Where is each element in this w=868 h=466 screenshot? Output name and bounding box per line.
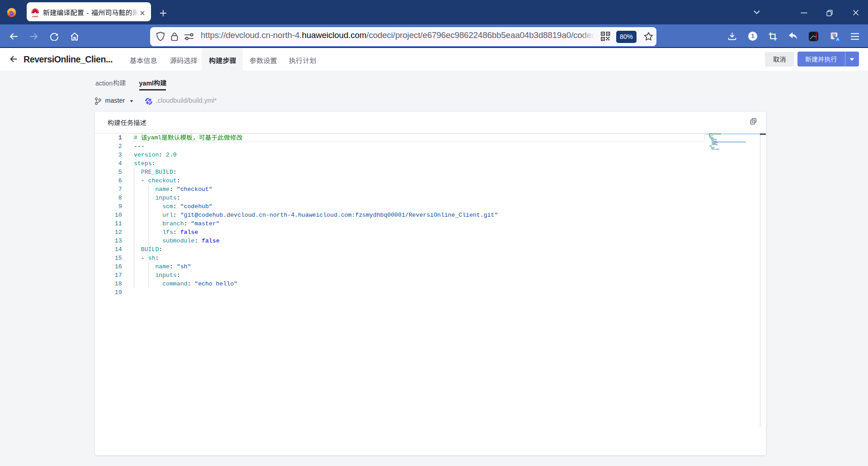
- svg-text:HUAWEI: HUAWEI: [32, 16, 38, 18]
- svg-text:A: A: [836, 37, 840, 42]
